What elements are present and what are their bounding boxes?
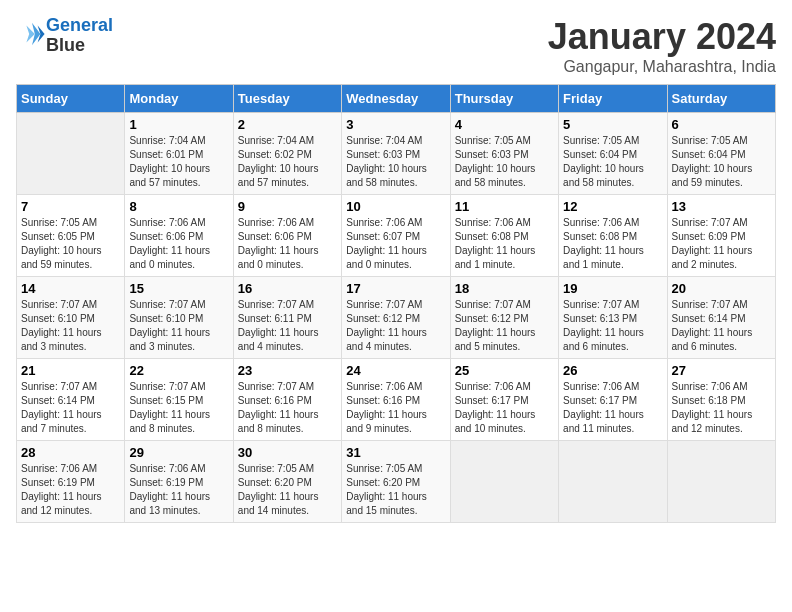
calendar-week-2: 7Sunrise: 7:05 AMSunset: 6:05 PMDaylight… (17, 195, 776, 277)
day-info: Sunrise: 7:06 AMSunset: 6:08 PMDaylight:… (455, 216, 554, 272)
calendar-week-5: 28Sunrise: 7:06 AMSunset: 6:19 PMDayligh… (17, 441, 776, 523)
calendar-cell: 24Sunrise: 7:06 AMSunset: 6:16 PMDayligh… (342, 359, 450, 441)
calendar-cell: 8Sunrise: 7:06 AMSunset: 6:06 PMDaylight… (125, 195, 233, 277)
day-info: Sunrise: 7:07 AMSunset: 6:16 PMDaylight:… (238, 380, 337, 436)
calendar-cell: 22Sunrise: 7:07 AMSunset: 6:15 PMDayligh… (125, 359, 233, 441)
day-number: 21 (21, 363, 120, 378)
day-info: Sunrise: 7:07 AMSunset: 6:11 PMDaylight:… (238, 298, 337, 354)
calendar-cell (559, 441, 667, 523)
day-info: Sunrise: 7:07 AMSunset: 6:12 PMDaylight:… (346, 298, 445, 354)
page-header: GeneralBlue January 2024 Gangapur, Mahar… (16, 16, 776, 76)
day-number: 7 (21, 199, 120, 214)
day-info: Sunrise: 7:07 AMSunset: 6:09 PMDaylight:… (672, 216, 771, 272)
day-info: Sunrise: 7:05 AMSunset: 6:03 PMDaylight:… (455, 134, 554, 190)
day-number: 9 (238, 199, 337, 214)
day-info: Sunrise: 7:05 AMSunset: 6:04 PMDaylight:… (672, 134, 771, 190)
calendar-cell: 4Sunrise: 7:05 AMSunset: 6:03 PMDaylight… (450, 113, 558, 195)
calendar-cell: 28Sunrise: 7:06 AMSunset: 6:19 PMDayligh… (17, 441, 125, 523)
weekday-header-friday: Friday (559, 85, 667, 113)
calendar-cell: 15Sunrise: 7:07 AMSunset: 6:10 PMDayligh… (125, 277, 233, 359)
calendar-cell: 25Sunrise: 7:06 AMSunset: 6:17 PMDayligh… (450, 359, 558, 441)
calendar-cell: 27Sunrise: 7:06 AMSunset: 6:18 PMDayligh… (667, 359, 775, 441)
calendar-cell: 23Sunrise: 7:07 AMSunset: 6:16 PMDayligh… (233, 359, 341, 441)
calendar-cell: 14Sunrise: 7:07 AMSunset: 6:10 PMDayligh… (17, 277, 125, 359)
calendar-cell (667, 441, 775, 523)
day-info: Sunrise: 7:06 AMSunset: 6:08 PMDaylight:… (563, 216, 662, 272)
day-info: Sunrise: 7:07 AMSunset: 6:12 PMDaylight:… (455, 298, 554, 354)
day-info: Sunrise: 7:06 AMSunset: 6:07 PMDaylight:… (346, 216, 445, 272)
day-number: 2 (238, 117, 337, 132)
day-number: 6 (672, 117, 771, 132)
weekday-header-saturday: Saturday (667, 85, 775, 113)
calendar-cell: 30Sunrise: 7:05 AMSunset: 6:20 PMDayligh… (233, 441, 341, 523)
calendar-cell: 10Sunrise: 7:06 AMSunset: 6:07 PMDayligh… (342, 195, 450, 277)
day-info: Sunrise: 7:06 AMSunset: 6:17 PMDaylight:… (455, 380, 554, 436)
day-info: Sunrise: 7:06 AMSunset: 6:17 PMDaylight:… (563, 380, 662, 436)
weekday-header-tuesday: Tuesday (233, 85, 341, 113)
day-number: 25 (455, 363, 554, 378)
logo-icon (18, 20, 46, 48)
day-number: 11 (455, 199, 554, 214)
day-info: Sunrise: 7:05 AMSunset: 6:20 PMDaylight:… (238, 462, 337, 518)
day-info: Sunrise: 7:07 AMSunset: 6:10 PMDaylight:… (129, 298, 228, 354)
day-number: 4 (455, 117, 554, 132)
day-info: Sunrise: 7:05 AMSunset: 6:04 PMDaylight:… (563, 134, 662, 190)
day-info: Sunrise: 7:04 AMSunset: 6:03 PMDaylight:… (346, 134, 445, 190)
weekday-header-thursday: Thursday (450, 85, 558, 113)
calendar-week-1: 1Sunrise: 7:04 AMSunset: 6:01 PMDaylight… (17, 113, 776, 195)
day-number: 16 (238, 281, 337, 296)
day-info: Sunrise: 7:04 AMSunset: 6:02 PMDaylight:… (238, 134, 337, 190)
calendar-cell: 16Sunrise: 7:07 AMSunset: 6:11 PMDayligh… (233, 277, 341, 359)
day-number: 1 (129, 117, 228, 132)
calendar-cell: 21Sunrise: 7:07 AMSunset: 6:14 PMDayligh… (17, 359, 125, 441)
calendar-cell: 13Sunrise: 7:07 AMSunset: 6:09 PMDayligh… (667, 195, 775, 277)
day-number: 18 (455, 281, 554, 296)
calendar-cell: 3Sunrise: 7:04 AMSunset: 6:03 PMDaylight… (342, 113, 450, 195)
calendar-cell: 11Sunrise: 7:06 AMSunset: 6:08 PMDayligh… (450, 195, 558, 277)
day-number: 13 (672, 199, 771, 214)
title-area: January 2024 Gangapur, Maharashtra, Indi… (548, 16, 776, 76)
calendar-cell: 31Sunrise: 7:05 AMSunset: 6:20 PMDayligh… (342, 441, 450, 523)
logo-text: GeneralBlue (46, 16, 113, 56)
day-number: 23 (238, 363, 337, 378)
weekday-header-sunday: Sunday (17, 85, 125, 113)
day-number: 27 (672, 363, 771, 378)
day-number: 19 (563, 281, 662, 296)
day-number: 15 (129, 281, 228, 296)
day-number: 5 (563, 117, 662, 132)
weekday-header-wednesday: Wednesday (342, 85, 450, 113)
day-info: Sunrise: 7:06 AMSunset: 6:06 PMDaylight:… (238, 216, 337, 272)
day-number: 8 (129, 199, 228, 214)
day-number: 26 (563, 363, 662, 378)
calendar-cell: 29Sunrise: 7:06 AMSunset: 6:19 PMDayligh… (125, 441, 233, 523)
calendar-cell: 2Sunrise: 7:04 AMSunset: 6:02 PMDaylight… (233, 113, 341, 195)
calendar-cell: 7Sunrise: 7:05 AMSunset: 6:05 PMDaylight… (17, 195, 125, 277)
calendar-cell: 9Sunrise: 7:06 AMSunset: 6:06 PMDaylight… (233, 195, 341, 277)
day-number: 12 (563, 199, 662, 214)
day-number: 29 (129, 445, 228, 460)
day-info: Sunrise: 7:06 AMSunset: 6:16 PMDaylight:… (346, 380, 445, 436)
day-number: 31 (346, 445, 445, 460)
calendar-cell: 6Sunrise: 7:05 AMSunset: 6:04 PMDaylight… (667, 113, 775, 195)
day-number: 22 (129, 363, 228, 378)
day-info: Sunrise: 7:07 AMSunset: 6:13 PMDaylight:… (563, 298, 662, 354)
day-number: 24 (346, 363, 445, 378)
day-info: Sunrise: 7:07 AMSunset: 6:14 PMDaylight:… (672, 298, 771, 354)
day-info: Sunrise: 7:06 AMSunset: 6:18 PMDaylight:… (672, 380, 771, 436)
day-number: 20 (672, 281, 771, 296)
calendar-cell: 20Sunrise: 7:07 AMSunset: 6:14 PMDayligh… (667, 277, 775, 359)
day-number: 14 (21, 281, 120, 296)
calendar-cell: 1Sunrise: 7:04 AMSunset: 6:01 PMDaylight… (125, 113, 233, 195)
day-info: Sunrise: 7:07 AMSunset: 6:14 PMDaylight:… (21, 380, 120, 436)
day-number: 30 (238, 445, 337, 460)
calendar-cell: 26Sunrise: 7:06 AMSunset: 6:17 PMDayligh… (559, 359, 667, 441)
calendar-cell (450, 441, 558, 523)
day-number: 28 (21, 445, 120, 460)
location-title: Gangapur, Maharashtra, India (548, 58, 776, 76)
logo: GeneralBlue (16, 16, 113, 56)
day-info: Sunrise: 7:04 AMSunset: 6:01 PMDaylight:… (129, 134, 228, 190)
calendar-cell: 18Sunrise: 7:07 AMSunset: 6:12 PMDayligh… (450, 277, 558, 359)
day-number: 17 (346, 281, 445, 296)
month-title: January 2024 (548, 16, 776, 58)
day-number: 10 (346, 199, 445, 214)
